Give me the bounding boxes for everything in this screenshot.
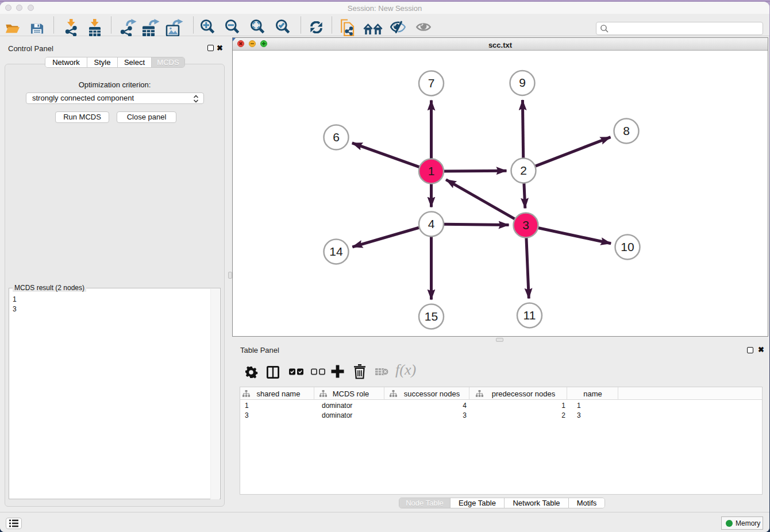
svg-text:14: 14 [329, 245, 343, 258]
svg-text:9: 9 [519, 76, 526, 89]
svg-text:4: 4 [428, 217, 435, 230]
svg-text:11: 11 [523, 309, 536, 322]
svg-text:15: 15 [425, 310, 438, 323]
svg-text:8: 8 [623, 124, 630, 137]
svg-text:2: 2 [520, 164, 527, 177]
svg-text:6: 6 [333, 130, 340, 144]
svg-text:1: 1 [428, 164, 435, 178]
svg-text:7: 7 [428, 76, 435, 90]
svg-text:3: 3 [522, 218, 529, 232]
svg-text:10: 10 [621, 240, 634, 253]
